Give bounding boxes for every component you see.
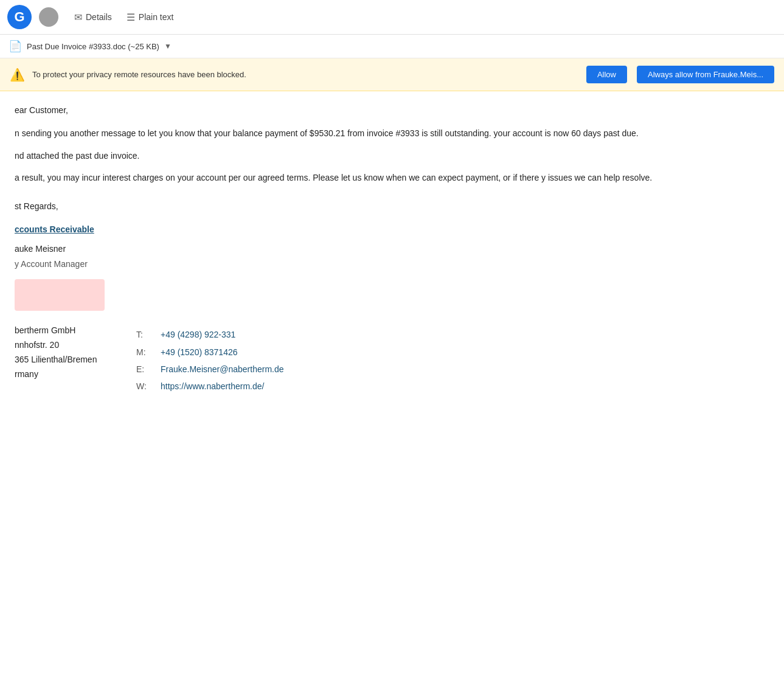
contact-email-row: E: Frauke.Meisner@nabertherm.de	[136, 361, 284, 378]
privacy-banner-text: To protect your privacy remote resources…	[32, 70, 579, 79]
email-value: Frauke.Meisner@nabertherm.de	[161, 361, 284, 378]
email-greeting: ear Customer,	[15, 103, 769, 117]
email-signature: st Regards, ccounts Receivable auke Meis…	[15, 199, 769, 397]
email-body: ear Customer, n sending you another mess…	[0, 91, 784, 421]
address-street: nnhofstr. 20	[15, 338, 136, 353]
contact-row-company: bertherm GmbH nnhofstr. 20 365 Lilientha…	[15, 322, 284, 397]
regards-text: st Regards,	[15, 199, 769, 213]
privacy-banner: ⚠️ To protect your privacy remote resour…	[0, 58, 784, 91]
plaintext-button[interactable]: ☰ Plain text	[120, 8, 180, 27]
sender-name: auke Meisner	[15, 242, 769, 255]
email-label: E:	[136, 361, 161, 378]
mobile-label: M:	[136, 344, 161, 361]
attachment-bar: 📄 Past Due Invoice #3933.doc (~25 KB) ▼	[0, 35, 784, 58]
phone-value: +49 (4298) 922-331	[161, 326, 284, 343]
details-button[interactable]: ✉ Details	[68, 8, 118, 27]
email-link[interactable]: Frauke.Meisner@nabertherm.de	[161, 364, 284, 374]
web-link[interactable]: https://www.nabertherm.de/	[161, 381, 264, 391]
mobile-link[interactable]: +49 (1520) 8371426	[161, 347, 238, 357]
envelope-icon: ✉	[74, 12, 82, 23]
contact-mobile-row: M: +49 (1520) 8371426	[136, 344, 284, 361]
phone-label: T:	[136, 326, 161, 343]
attachment-dropdown-icon[interactable]: ▼	[164, 42, 172, 50]
email-body-paragraph-2: nd attached the past due invoice.	[15, 149, 769, 162]
web-value: https://www.nabertherm.de/	[161, 378, 284, 395]
web-label: W:	[136, 378, 161, 395]
attachment-filename: Past Due Invoice #3933.doc (~25 KB)	[27, 42, 159, 51]
contact-phone-row: T: +49 (4298) 922-331	[136, 326, 284, 343]
contact-info-table: bertherm GmbH nnhofstr. 20 365 Lilientha…	[15, 322, 284, 397]
attachment-file-icon: 📄	[9, 40, 22, 53]
allow-button[interactable]: Allow	[586, 66, 627, 83]
always-allow-button[interactable]: Always allow from Frauke.Meis...	[637, 66, 774, 83]
mobile-value: +49 (1520) 8371426	[161, 344, 284, 361]
dept-link[interactable]: ccounts Receivable	[15, 223, 94, 236]
contact-web-row: W: https://www.nabertherm.de/	[136, 378, 284, 395]
avatar	[39, 7, 58, 27]
address-city: 365 Lilienthal/Bremen	[15, 353, 136, 367]
menu-icon: ☰	[127, 12, 135, 23]
app-logo: G	[7, 5, 32, 29]
toolbar: G ✉ Details ☰ Plain text	[0, 0, 784, 35]
phone-link[interactable]: +49 (4298) 922-331	[161, 330, 235, 339]
address-country: rmany	[15, 367, 136, 382]
email-body-paragraph-1: n sending you another message to let you…	[15, 127, 769, 140]
sender-role: y Account Manager	[15, 257, 769, 271]
company-logo-placeholder	[15, 279, 105, 311]
contact-detail-table: T: +49 (4298) 922-331 M: +49 (1520) 8371…	[136, 326, 284, 395]
warning-icon: ⚠️	[10, 68, 25, 82]
company-name: bertherm GmbH	[15, 324, 136, 338]
email-body-paragraph-3: a result, you may incur interest charges…	[15, 171, 769, 184]
